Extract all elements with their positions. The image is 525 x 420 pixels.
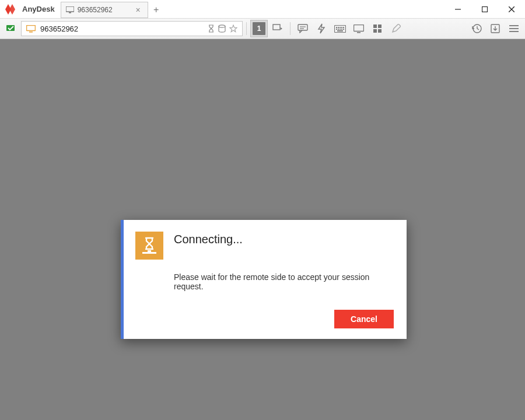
tab-label: 963652962 (78, 6, 113, 14)
address-value: 963652962 (40, 24, 203, 33)
monitor-orange-icon (26, 25, 36, 33)
hourglass-icon[interactable] (208, 24, 215, 33)
svg-rect-20 (336, 29, 337, 30)
svg-rect-7 (27, 25, 36, 30)
dialog-title: Connecting... (174, 233, 243, 246)
svg-rect-22 (340, 29, 341, 30)
toolbar-separator (290, 22, 290, 35)
svg-rect-27 (357, 32, 360, 33)
svg-rect-11 (298, 24, 307, 30)
svg-rect-29 (378, 24, 382, 28)
tab-session[interactable]: 963652962 × (61, 2, 148, 18)
svg-rect-16 (338, 27, 339, 28)
cancel-button[interactable]: Cancel (334, 310, 394, 328)
chat-icon[interactable] (294, 20, 312, 37)
svg-rect-23 (341, 29, 342, 30)
svg-rect-8 (29, 32, 33, 33)
star-icon[interactable] (229, 24, 237, 33)
toolbar-separator (246, 22, 247, 35)
svg-rect-3 (482, 7, 488, 12)
new-tab-button[interactable]: + (148, 2, 164, 18)
session-canvas: Connecting... Please wait for the remote… (0, 39, 525, 420)
titlebar: AnyDesk 963652962 × + (0, 0, 525, 19)
hourglass-monitor-icon (135, 232, 163, 260)
svg-rect-17 (340, 27, 341, 28)
address-box[interactable]: 963652962 (21, 21, 243, 36)
monitor-select-button[interactable]: 1 (250, 20, 268, 37)
svg-rect-10 (273, 24, 280, 30)
download-icon[interactable] (487, 20, 504, 37)
svg-rect-6 (6, 25, 15, 31)
connecting-dialog: Connecting... Please wait for the remote… (121, 220, 407, 339)
svg-rect-28 (373, 24, 377, 28)
connection-status-icon[interactable] (2, 20, 20, 37)
maximize-button[interactable] (471, 0, 498, 19)
svg-rect-19 (343, 27, 344, 28)
app-logo-icon (5, 2, 19, 16)
address-actions (208, 24, 237, 33)
svg-rect-30 (373, 29, 377, 33)
svg-point-9 (219, 25, 225, 27)
toolbar: 963652962 1 (0, 19, 525, 39)
svg-rect-1 (69, 12, 71, 13)
svg-rect-25 (337, 30, 343, 32)
svg-rect-18 (341, 27, 342, 28)
actions-lightning-icon[interactable] (313, 20, 330, 37)
monitor-number-badge: 1 (253, 22, 265, 35)
svg-rect-26 (354, 24, 364, 31)
svg-rect-31 (378, 29, 382, 33)
minimize-button[interactable] (444, 0, 471, 19)
close-button[interactable] (498, 0, 525, 19)
svg-rect-21 (338, 29, 339, 30)
whiteboard-pen-icon[interactable] (387, 20, 405, 37)
svg-rect-24 (343, 29, 344, 30)
menu-hamburger-icon[interactable] (505, 20, 523, 37)
svg-rect-38 (148, 250, 151, 253)
monitor-next-icon[interactable] (269, 20, 286, 37)
dialog-message: Please wait for the remote side to accep… (174, 272, 394, 291)
permissions-shield-icon[interactable] (369, 20, 386, 37)
svg-rect-15 (336, 27, 337, 28)
history-clock-icon[interactable] (468, 20, 485, 37)
window-controls (444, 0, 525, 19)
monitor-icon (66, 6, 74, 13)
keyboard-icon[interactable] (331, 20, 349, 37)
display-icon[interactable] (350, 20, 368, 37)
app-name: AnyDesk (22, 5, 55, 13)
svg-rect-0 (66, 6, 74, 12)
tab-close-icon[interactable]: × (133, 5, 142, 15)
disk-icon[interactable] (218, 24, 226, 33)
